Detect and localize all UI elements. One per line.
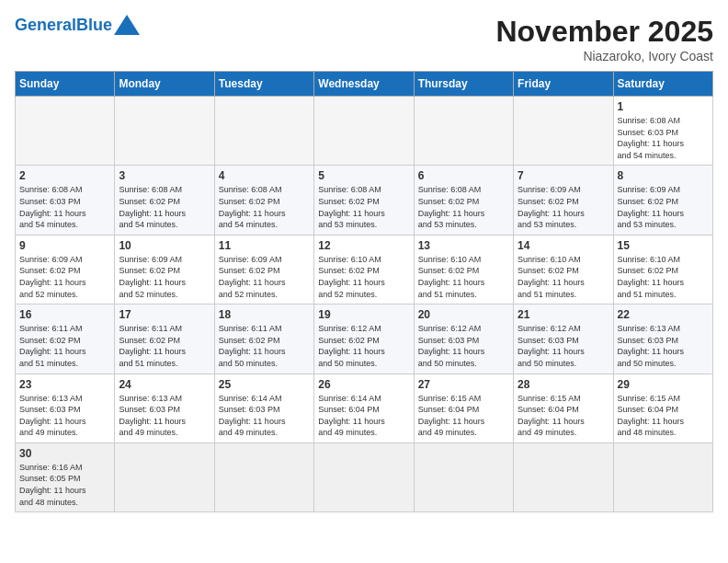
day-number: 13 [418,239,509,252]
day-info: Sunrise: 6:12 AMSunset: 6:03 PMDaylight:… [418,323,509,369]
day-number: 4 [219,169,310,182]
calendar-day-cell: 30Sunrise: 6:16 AMSunset: 6:05 PMDayligh… [16,442,115,511]
svg-marker-0 [114,15,140,35]
day-number: 2 [19,169,110,182]
day-info: Sunrise: 6:14 AMSunset: 6:03 PMDaylight:… [219,393,310,439]
calendar-day-cell: 8Sunrise: 6:09 AMSunset: 6:02 PMDaylight… [613,166,712,235]
day-info: Sunrise: 6:08 AMSunset: 6:03 PMDaylight:… [618,115,709,161]
calendar-day-header: Thursday [414,72,513,97]
calendar-day-cell: 12Sunrise: 6:10 AMSunset: 6:02 PMDayligh… [314,235,414,304]
calendar-day-cell: 28Sunrise: 6:15 AMSunset: 6:04 PMDayligh… [514,373,613,442]
calendar-day-cell: 2Sunrise: 6:08 AMSunset: 6:03 PMDaylight… [16,166,115,235]
day-info: Sunrise: 6:08 AMSunset: 6:02 PMDaylight:… [119,184,210,230]
day-info: Sunrise: 6:13 AMSunset: 6:03 PMDaylight:… [119,393,210,439]
day-number: 30 [19,447,110,460]
calendar-day-cell: 24Sunrise: 6:13 AMSunset: 6:03 PMDayligh… [115,373,214,442]
calendar-day-cell: 5Sunrise: 6:08 AMSunset: 6:02 PMDaylight… [314,166,414,235]
calendar-day-cell: 1Sunrise: 6:08 AMSunset: 6:03 PMDaylight… [613,97,712,166]
day-info: Sunrise: 6:09 AMSunset: 6:02 PMDaylight:… [119,254,210,300]
day-info: Sunrise: 6:14 AMSunset: 6:04 PMDaylight:… [318,393,409,439]
calendar-week-row: 2Sunrise: 6:08 AMSunset: 6:03 PMDaylight… [16,166,713,235]
day-number: 12 [318,239,409,252]
calendar-day-cell [514,442,613,511]
calendar-day-cell: 3Sunrise: 6:08 AMSunset: 6:02 PMDaylight… [115,166,214,235]
calendar-day-cell: 17Sunrise: 6:11 AMSunset: 6:02 PMDayligh… [115,304,214,373]
day-info: Sunrise: 6:08 AMSunset: 6:03 PMDaylight:… [19,184,110,230]
day-info: Sunrise: 6:10 AMSunset: 6:02 PMDaylight:… [418,254,509,300]
calendar-day-cell [414,442,513,511]
calendar-day-cell: 21Sunrise: 6:12 AMSunset: 6:03 PMDayligh… [514,304,613,373]
calendar-day-cell: 14Sunrise: 6:10 AMSunset: 6:02 PMDayligh… [514,235,613,304]
day-number: 25 [219,378,310,391]
calendar-day-cell: 6Sunrise: 6:08 AMSunset: 6:02 PMDaylight… [414,166,513,235]
logo-text: GeneralBlue [15,16,112,35]
day-info: Sunrise: 6:11 AMSunset: 6:02 PMDaylight:… [19,323,110,369]
day-number: 21 [518,308,609,321]
day-info: Sunrise: 6:13 AMSunset: 6:03 PMDaylight:… [618,323,709,369]
calendar-day-header: Friday [514,72,613,97]
calendar-day-cell [115,442,214,511]
calendar-day-header: Sunday [16,72,115,97]
calendar-day-cell [613,442,712,511]
location: Niazaroko, Ivory Coast [495,49,713,63]
day-number: 11 [219,239,310,252]
calendar-day-cell [314,442,414,511]
day-number: 7 [518,169,609,182]
day-info: Sunrise: 6:15 AMSunset: 6:04 PMDaylight:… [618,393,709,439]
day-number: 1 [618,100,709,113]
day-number: 9 [19,239,110,252]
day-info: Sunrise: 6:09 AMSunset: 6:02 PMDaylight:… [219,254,310,300]
calendar-day-cell: 15Sunrise: 6:10 AMSunset: 6:02 PMDayligh… [613,235,712,304]
day-number: 27 [418,378,509,391]
day-number: 10 [119,239,210,252]
calendar-day-cell: 22Sunrise: 6:13 AMSunset: 6:03 PMDayligh… [613,304,712,373]
calendar-day-cell: 25Sunrise: 6:14 AMSunset: 6:03 PMDayligh… [214,373,313,442]
calendar-day-header: Tuesday [214,72,313,97]
day-number: 3 [119,169,210,182]
day-number: 14 [518,239,609,252]
day-number: 18 [219,308,310,321]
calendar-day-cell: 27Sunrise: 6:15 AMSunset: 6:04 PMDayligh… [414,373,513,442]
day-info: Sunrise: 6:08 AMSunset: 6:02 PMDaylight:… [318,184,409,230]
calendar-day-cell: 19Sunrise: 6:12 AMSunset: 6:02 PMDayligh… [314,304,414,373]
day-info: Sunrise: 6:08 AMSunset: 6:02 PMDaylight:… [418,184,509,230]
day-info: Sunrise: 6:10 AMSunset: 6:02 PMDaylight:… [318,254,409,300]
calendar-day-cell: 13Sunrise: 6:10 AMSunset: 6:02 PMDayligh… [414,235,513,304]
calendar-day-cell: 26Sunrise: 6:14 AMSunset: 6:04 PMDayligh… [314,373,414,442]
calendar-day-cell [314,97,414,166]
title-block: November 2025 Niazaroko, Ivory Coast [495,15,713,63]
day-number: 8 [618,169,709,182]
calendar-table: SundayMondayTuesdayWednesdayThursdayFrid… [15,71,713,512]
calendar-day-cell: 9Sunrise: 6:09 AMSunset: 6:02 PMDaylight… [16,235,115,304]
calendar-day-cell [214,97,313,166]
calendar-week-row: 23Sunrise: 6:13 AMSunset: 6:03 PMDayligh… [16,373,713,442]
calendar-day-cell [16,97,115,166]
calendar-day-cell: 11Sunrise: 6:09 AMSunset: 6:02 PMDayligh… [214,235,313,304]
day-number: 20 [418,308,509,321]
calendar-day-cell [514,97,613,166]
day-info: Sunrise: 6:11 AMSunset: 6:02 PMDaylight:… [119,323,210,369]
month-title: November 2025 [495,15,713,49]
calendar-day-cell: 20Sunrise: 6:12 AMSunset: 6:03 PMDayligh… [414,304,513,373]
day-number: 5 [318,169,409,182]
day-number: 26 [318,378,409,391]
logo: GeneralBlue [15,15,140,35]
day-info: Sunrise: 6:10 AMSunset: 6:02 PMDaylight:… [618,254,709,300]
calendar-header-row: SundayMondayTuesdayWednesdayThursdayFrid… [16,72,713,97]
day-info: Sunrise: 6:09 AMSunset: 6:02 PMDaylight:… [618,184,709,230]
day-info: Sunrise: 6:08 AMSunset: 6:02 PMDaylight:… [219,184,310,230]
day-number: 16 [19,308,110,321]
day-number: 15 [618,239,709,252]
day-info: Sunrise: 6:13 AMSunset: 6:03 PMDaylight:… [19,393,110,439]
day-info: Sunrise: 6:10 AMSunset: 6:02 PMDaylight:… [518,254,609,300]
day-info: Sunrise: 6:11 AMSunset: 6:02 PMDaylight:… [219,323,310,369]
logo-triangle-icon [114,15,140,35]
calendar-day-cell: 10Sunrise: 6:09 AMSunset: 6:02 PMDayligh… [115,235,214,304]
day-info: Sunrise: 6:09 AMSunset: 6:02 PMDaylight:… [518,184,609,230]
calendar-day-cell: 23Sunrise: 6:13 AMSunset: 6:03 PMDayligh… [16,373,115,442]
calendar-day-cell: 18Sunrise: 6:11 AMSunset: 6:02 PMDayligh… [214,304,313,373]
calendar-week-row: 1Sunrise: 6:08 AMSunset: 6:03 PMDaylight… [16,97,713,166]
calendar-day-header: Monday [115,72,214,97]
day-number: 28 [518,378,609,391]
calendar-day-header: Wednesday [314,72,414,97]
